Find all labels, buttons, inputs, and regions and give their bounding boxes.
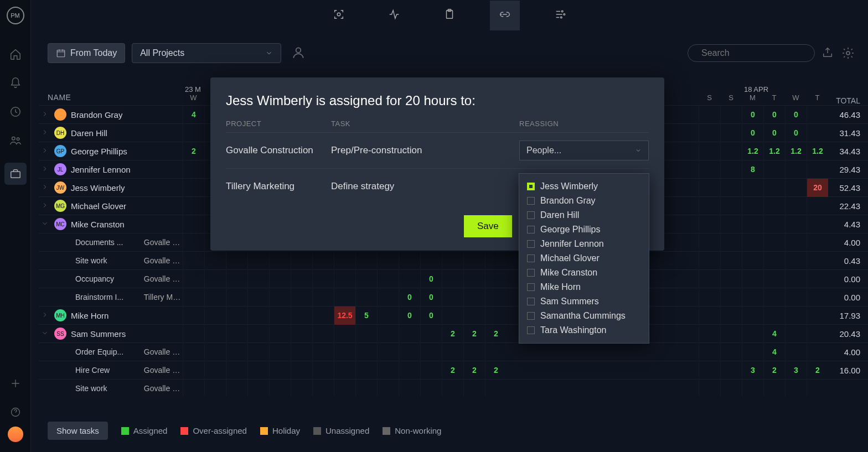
top-view-icons	[31, 0, 868, 31]
legend-item: Non-working	[383, 426, 441, 435]
task-row[interactable]: Order Equip... Govalle Con... 4 4.00	[39, 342, 868, 361]
svg-rect-11	[57, 50, 65, 57]
checkbox-icon[interactable]	[527, 226, 535, 233]
checkbox-icon[interactable]	[527, 211, 535, 219]
search-box[interactable]	[688, 44, 815, 62]
option-label: Mike Horn	[540, 282, 581, 292]
dropdown-option[interactable]: Samantha Cummings	[519, 309, 649, 323]
dropdown-option[interactable]: Jess Wimberly	[519, 179, 649, 194]
dropdown-option[interactable]: Tara Washington	[519, 323, 649, 337]
search-input[interactable]	[701, 48, 812, 58]
view-clipboard-icon[interactable]	[435, 1, 464, 30]
task-row[interactable]: Brainstorm I... Tillery Mark... 00 0.00	[39, 288, 868, 306]
avatar: DH	[54, 127, 66, 139]
project-filter-select[interactable]: All Projects	[132, 43, 281, 63]
save-button[interactable]: Save	[464, 215, 512, 237]
dropdown-option[interactable]: Daren Hill	[519, 208, 649, 222]
option-label: Samantha Cummings	[540, 311, 626, 321]
svg-point-10	[560, 17, 562, 18]
help-icon[interactable]	[9, 406, 22, 419]
expand-chevron-icon[interactable]	[41, 128, 50, 137]
dropdown-option[interactable]: George Phillips	[519, 222, 649, 237]
task-row[interactable]: Site work Govalle Con	[39, 379, 868, 397]
expand-chevron-icon[interactable]	[41, 110, 50, 119]
dropdown-option[interactable]: Mike Horn	[519, 280, 649, 294]
modal-row: Govalle Construction Prep/Pre-constructi…	[226, 133, 649, 169]
bell-icon[interactable]	[9, 76, 22, 90]
legend-swatch	[260, 427, 268, 435]
svg-point-2	[17, 138, 19, 141]
expand-chevron-icon[interactable]	[41, 165, 50, 174]
dropdown-option[interactable]: Brandon Gray	[519, 194, 649, 208]
checkbox-icon[interactable]	[527, 312, 535, 320]
clock-icon[interactable]	[9, 105, 22, 118]
task-row[interactable]: Occupancy Govalle Con... 0 0.00	[39, 269, 868, 288]
checkbox-icon[interactable]	[527, 183, 535, 190]
checkbox-icon[interactable]	[527, 269, 535, 277]
view-scan-icon[interactable]	[324, 1, 354, 30]
expand-chevron-icon[interactable]	[41, 147, 50, 155]
modal-col-reassign: REASSIGN	[519, 120, 649, 128]
option-label: Brandon Gray	[540, 196, 596, 206]
view-timeline-icon[interactable]	[545, 1, 575, 30]
dropdown-option[interactable]: Sam Summers	[519, 294, 649, 309]
total-cell: 0.43	[828, 256, 868, 266]
svg-point-14	[846, 51, 850, 55]
plus-icon[interactable]	[9, 377, 22, 390]
checkbox-icon[interactable]	[527, 254, 535, 262]
task-name: Brainstorm I...	[75, 293, 131, 302]
legend-swatch	[121, 427, 129, 435]
person-row[interactable]: SS Sam Summers 2224 20.43	[39, 324, 868, 342]
checkbox-icon[interactable]	[527, 197, 535, 205]
option-label: Jess Wimberly	[540, 181, 598, 191]
task-row[interactable]: Hire Crew Govalle Con... 2223232 16.00	[39, 361, 868, 379]
view-link-icon[interactable]	[490, 1, 520, 30]
show-tasks-button[interactable]: Show tasks	[48, 422, 108, 440]
home-icon[interactable]	[9, 48, 22, 61]
svg-rect-3	[11, 172, 20, 178]
checkbox-icon[interactable]	[527, 298, 535, 305]
total-cell: 0.00	[828, 274, 868, 284]
total-cell: 4.00	[828, 347, 868, 357]
total-cell: 17.93	[828, 311, 868, 320]
view-activity-icon[interactable]	[379, 1, 409, 30]
dropdown-option[interactable]: Jennifer Lennon	[519, 237, 649, 251]
task-row[interactable]: Site work Govalle Con... 0.43	[39, 251, 868, 269]
expand-chevron-icon[interactable]	[41, 329, 50, 338]
dropdown-option[interactable]: Michael Glover	[519, 251, 649, 266]
dropdown-option[interactable]: Mike Cranston	[519, 266, 649, 280]
from-today-button[interactable]: From Today	[48, 43, 125, 63]
expand-chevron-icon[interactable]	[41, 201, 50, 210]
project-name: Govalle Con...	[144, 347, 183, 356]
settings-icon[interactable]	[841, 46, 855, 60]
avatar: SS	[54, 328, 66, 340]
avatar: JL	[54, 163, 66, 175]
person-name: Mike Horn	[71, 311, 108, 320]
briefcase-icon[interactable]	[4, 163, 27, 185]
reassign-select[interactable]: People...	[519, 141, 649, 160]
user-filter-icon[interactable]	[291, 45, 307, 61]
person-row[interactable]: MH Mike Horn 12.5500 17.93	[39, 306, 868, 324]
total-cell: 34.43	[828, 147, 868, 156]
day-header: M	[742, 93, 763, 105]
option-label: Tara Washington	[540, 325, 606, 335]
day-header: T	[763, 93, 785, 105]
svg-point-5	[337, 13, 340, 16]
total-cell: 4.43	[828, 220, 868, 229]
people-icon[interactable]	[9, 134, 22, 147]
project-filter-label: All Projects	[140, 48, 184, 58]
option-label: Sam Summers	[540, 297, 599, 306]
expand-chevron-icon[interactable]	[41, 183, 50, 192]
export-icon[interactable]	[822, 46, 835, 60]
svg-point-1	[12, 137, 14, 141]
expand-chevron-icon[interactable]	[41, 220, 50, 228]
expand-chevron-icon[interactable]	[41, 311, 50, 320]
user-avatar[interactable]	[8, 427, 23, 442]
footer: Show tasks AssignedOver-assignedHolidayU…	[48, 422, 855, 440]
checkbox-icon[interactable]	[527, 326, 535, 334]
avatar: MH	[54, 309, 66, 321]
checkbox-icon[interactable]	[527, 283, 535, 291]
day-header: S	[720, 93, 742, 105]
day-header: W	[785, 93, 807, 105]
checkbox-icon[interactable]	[527, 240, 535, 248]
